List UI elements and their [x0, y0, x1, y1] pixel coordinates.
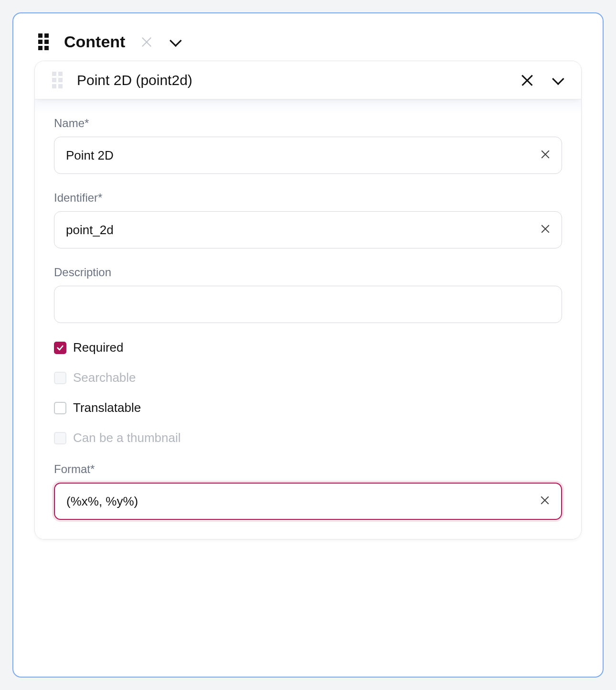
clear-identifier-icon[interactable]: [541, 224, 550, 236]
field-card: Point 2D (point2d) Name* Identifier*: [34, 61, 582, 539]
clear-format-icon[interactable]: [540, 496, 550, 507]
field-card-header: Point 2D (point2d): [35, 61, 581, 99]
identifier-input[interactable]: [66, 223, 541, 237]
name-label: Name*: [54, 117, 562, 130]
name-field-group: Name*: [54, 117, 562, 174]
identifier-label: Identifier*: [54, 191, 562, 205]
checkbox-icon: [54, 432, 66, 444]
required-label: Required: [73, 340, 124, 355]
checkbox-icon: [54, 402, 66, 414]
translatable-label: Translatable: [73, 400, 141, 415]
searchable-label: Searchable: [73, 370, 136, 385]
description-input-wrap: [54, 286, 562, 323]
translatable-checkbox[interactable]: Translatable: [54, 400, 562, 415]
format-input-wrap: [54, 483, 562, 520]
panel-header: Content: [34, 29, 582, 61]
field-card-title: Point 2D (point2d): [77, 72, 507, 88]
checkbox-group: Required Searchable Translatable Can be …: [54, 340, 562, 445]
required-checkbox[interactable]: Required: [54, 340, 562, 355]
thumbnail-label: Can be a thumbnail: [73, 431, 181, 445]
name-input-wrap: [54, 137, 562, 174]
identifier-field-group: Identifier*: [54, 191, 562, 248]
panel-title: Content: [64, 32, 125, 51]
close-section-icon[interactable]: [140, 36, 153, 48]
format-field-group: Format*: [54, 463, 562, 520]
drag-handle-icon[interactable]: [52, 72, 63, 88]
thumbnail-checkbox: Can be a thumbnail: [54, 431, 562, 445]
drag-handle-icon[interactable]: [38, 33, 49, 50]
checkbox-icon: [54, 342, 66, 354]
content-panel: Content Point 2D (point2d) Name* Identif…: [12, 12, 604, 678]
clear-name-icon[interactable]: [541, 150, 550, 161]
remove-field-icon[interactable]: [521, 74, 533, 86]
searchable-checkbox: Searchable: [54, 370, 562, 385]
identifier-input-wrap: [54, 211, 562, 248]
name-input[interactable]: [66, 148, 541, 163]
checkbox-icon: [54, 372, 66, 384]
description-input[interactable]: [66, 297, 550, 312]
description-field-group: Description: [54, 266, 562, 323]
description-label: Description: [54, 266, 562, 279]
collapse-field-icon[interactable]: [552, 73, 564, 85]
field-card-body: Name* Identifier* Description: [35, 99, 581, 539]
format-label: Format*: [54, 463, 562, 476]
collapse-section-icon[interactable]: [170, 34, 182, 46]
format-input[interactable]: [66, 494, 540, 509]
